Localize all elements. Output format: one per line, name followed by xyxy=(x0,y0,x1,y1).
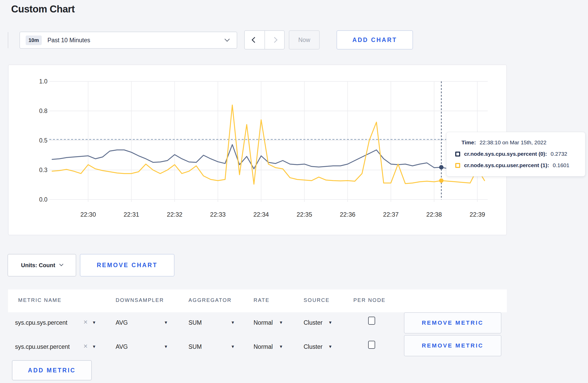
aggregator-select[interactable]: SUM xyxy=(188,319,202,326)
downsampler-select[interactable]: AVG xyxy=(116,319,128,326)
rate-dropdown-icon[interactable]: ▼ xyxy=(279,344,283,349)
aggregator-dropdown-icon[interactable]: ▼ xyxy=(231,344,235,349)
clear-metric-icon[interactable]: × xyxy=(83,342,88,350)
time-window-dropdown[interactable]: 10m Past 10 Minutes xyxy=(19,32,237,49)
metric-name-value[interactable]: sys.cpu.sys.percent xyxy=(15,319,67,326)
tooltip-series-label: cr.node.sys.cpu.user.percent (1): xyxy=(464,162,549,168)
chevron-down-icon xyxy=(59,262,64,266)
tooltip-time-label: Time: xyxy=(461,139,476,146)
per-node-checkbox[interactable] xyxy=(368,317,375,325)
chevron-left-icon xyxy=(252,37,258,43)
remove-chart-button[interactable]: REMOVE CHART xyxy=(80,254,174,276)
tooltip-time-value: 22:38:10 on Mar 15th, 2022 xyxy=(480,139,547,146)
downsampler-dropdown-icon[interactable]: ▼ xyxy=(164,344,168,349)
tooltip-series-value: 0.1601 xyxy=(553,162,569,168)
rate-dropdown-icon[interactable]: ▼ xyxy=(279,320,283,325)
tooltip-series-row: cr.node.sys.cpu.user.percent (1): 0.1601 xyxy=(455,161,585,169)
page-title: Custom Chart xyxy=(11,4,75,15)
time-window-badge: 10m xyxy=(26,36,42,45)
col-header-metric-name: METRIC NAME xyxy=(18,297,62,303)
source-dropdown-icon[interactable]: ▼ xyxy=(328,344,332,349)
rate-select[interactable]: Normal xyxy=(254,319,273,326)
chevron-right-icon xyxy=(272,37,278,43)
now-button[interactable]: Now xyxy=(289,30,320,49)
tooltip-time-row: Time: 22:38:10 on Mar 15th, 2022 xyxy=(455,139,585,146)
clear-metric-icon[interactable]: × xyxy=(83,318,88,326)
chevron-down-icon xyxy=(225,37,230,42)
add-chart-button[interactable]: ADD CHART xyxy=(337,30,413,49)
series-swatch-icon xyxy=(455,152,460,157)
rate-select[interactable]: Normal xyxy=(254,343,273,350)
remove-metric-button[interactable]: REMOVE METRIC xyxy=(404,312,501,334)
time-window-label: Past 10 Minutes xyxy=(47,37,90,44)
chart-card xyxy=(8,65,507,235)
col-header-source: SOURCE xyxy=(304,297,330,303)
source-dropdown-icon[interactable]: ▼ xyxy=(328,320,332,325)
col-header-downsampler: DOWNSAMPLER xyxy=(116,297,164,303)
units-dropdown[interactable]: Units: Count xyxy=(8,254,76,276)
col-header-aggregator: AGGREGATOR xyxy=(188,297,232,303)
toolbar-divider xyxy=(8,32,8,48)
prev-time-button[interactable] xyxy=(245,31,264,49)
aggregator-select[interactable]: SUM xyxy=(188,343,202,350)
aggregator-dropdown-icon[interactable]: ▼ xyxy=(231,320,235,325)
metric-name-dropdown-icon[interactable]: ▼ xyxy=(92,320,96,325)
tooltip-series-row: cr.node.sys.cpu.sys.percent (0): 0.2732 xyxy=(455,150,585,158)
metric-name-value[interactable]: sys.cpu.user.percent xyxy=(15,343,70,350)
downsampler-select[interactable]: AVG xyxy=(116,343,128,350)
remove-metric-button[interactable]: REMOVE METRIC xyxy=(404,335,501,356)
col-header-per-node: PER NODE xyxy=(353,297,386,303)
downsampler-dropdown-icon[interactable]: ▼ xyxy=(164,320,168,325)
add-metric-button[interactable]: ADD METRIC xyxy=(12,360,92,380)
source-select[interactable]: Cluster xyxy=(304,343,323,350)
source-select[interactable]: Cluster xyxy=(304,319,323,326)
next-time-button[interactable] xyxy=(264,31,284,49)
time-pager xyxy=(244,30,285,49)
col-header-rate: RATE xyxy=(254,297,270,303)
tooltip-series-value: 0.2732 xyxy=(551,151,567,157)
metric-name-dropdown-icon[interactable]: ▼ xyxy=(92,344,96,349)
series-swatch-icon xyxy=(455,163,460,168)
chart-hover-tooltip: Time: 22:38:10 on Mar 15th, 2022 cr.node… xyxy=(446,132,585,176)
per-node-checkbox[interactable] xyxy=(368,341,375,349)
units-label: Units: Count xyxy=(21,262,55,269)
tooltip-series-label: cr.node.sys.cpu.sys.percent (0): xyxy=(464,151,547,157)
